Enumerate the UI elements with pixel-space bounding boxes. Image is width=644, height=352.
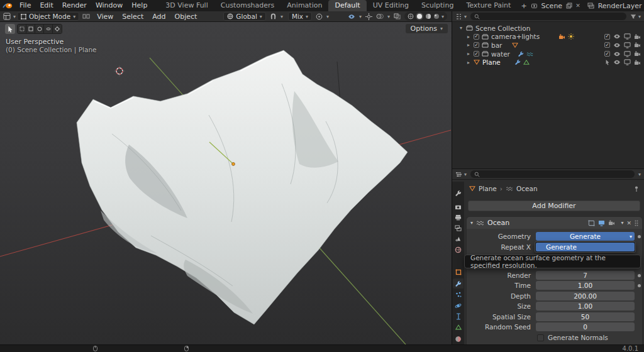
blend-mode-selector[interactable]: Mix ▾ — [288, 12, 312, 21]
browse-scene-icon[interactable] — [531, 3, 538, 9]
disclosure-open-icon[interactable]: ▾ — [458, 25, 464, 31]
shading-rendered-icon[interactable] — [433, 13, 440, 19]
tool-select-circle[interactable] — [35, 25, 44, 33]
viewport-3d[interactable]: Options ▾ User Perspective (0) Scene Col… — [0, 22, 452, 344]
breadcrumb-modifier[interactable]: Ocean — [516, 185, 538, 192]
outliner-row-water[interactable]: ▸ ✓ water ✓ — [452, 50, 644, 58]
random-seed-field[interactable]: 0 — [536, 322, 635, 331]
menu-select[interactable]: Select — [118, 11, 147, 22]
tab-sculpting[interactable]: Sculpting — [415, 0, 460, 11]
depth-field[interactable]: 200.00 — [536, 292, 635, 300]
properties-search-field[interactable] — [470, 170, 635, 178]
size-field[interactable]: 1.00 — [536, 302, 635, 311]
exclude-checkbox[interactable]: ✓ — [474, 34, 479, 40]
disable-viewport-icon[interactable] — [624, 42, 631, 48]
view-layer-selector[interactable]: RenderLayer — [596, 2, 644, 10]
menu-render[interactable]: Render — [58, 0, 91, 11]
tab-world[interactable] — [453, 245, 464, 255]
selectable-checkbox[interactable]: ✓ — [604, 34, 610, 40]
generate-normals-checkbox[interactable] — [537, 334, 544, 341]
transform-orientation-selector[interactable]: Global ▾ — [223, 12, 266, 21]
drag-handle-icon[interactable] — [635, 220, 638, 226]
tab-output[interactable] — [453, 212, 464, 223]
geometry-dropdown[interactable]: Generate ▾ — [536, 232, 635, 241]
tab-scene[interactable] — [453, 234, 464, 244]
show-gizmo-icon[interactable] — [365, 13, 372, 20]
keyframe-dot[interactable] — [638, 274, 641, 277]
disclosure-closed-icon[interactable]: ▸ — [466, 51, 471, 57]
delete-modifier-icon[interactable]: ✕ — [626, 220, 631, 226]
tab-object[interactable] — [453, 267, 464, 277]
tab-physics[interactable] — [453, 300, 464, 311]
tool-tweak[interactable] — [18, 25, 26, 33]
hide-eye-icon[interactable] — [613, 43, 621, 48]
menu-edit[interactable]: Edit — [35, 0, 57, 11]
shading-wireframe-icon[interactable] — [408, 13, 414, 19]
tool-select-lasso[interactable] — [44, 25, 53, 33]
disable-viewport-icon[interactable] — [624, 33, 631, 40]
tab-particles[interactable] — [453, 290, 464, 300]
display-realtime-icon[interactable] — [598, 220, 605, 226]
object-visibility-icon[interactable] — [348, 14, 355, 19]
breadcrumb-object[interactable]: Plane — [479, 185, 497, 192]
shading-solid-icon[interactable] — [416, 13, 423, 20]
disclosure-closed-icon[interactable]: ▸ — [466, 34, 471, 40]
menu-window[interactable]: Window — [91, 0, 127, 11]
dropdown-item-generate[interactable]: Generate — [536, 243, 635, 251]
ocean-modifier-header[interactable]: ▾ Ocean ▾ ✕ — [467, 217, 642, 229]
add-workspace-button[interactable]: + — [517, 1, 530, 11]
tab-render[interactable] — [453, 202, 464, 212]
tab-3d-view-full[interactable]: 3D View Full — [159, 0, 214, 11]
tab-default[interactable]: Default — [328, 0, 366, 11]
tab-object-data[interactable] — [453, 322, 464, 332]
disclosure-closed-icon[interactable]: ▸ — [466, 42, 471, 48]
exclude-checkbox[interactable]: ✓ — [474, 42, 479, 48]
toggle-xray-icon[interactable] — [394, 13, 401, 19]
spatial-size-field[interactable]: 50 — [536, 312, 635, 321]
render-field[interactable]: 7 — [536, 271, 635, 280]
hide-eye-icon[interactable] — [613, 60, 621, 65]
tab-animation[interactable]: Animation — [280, 0, 328, 11]
hide-eye-icon[interactable] — [613, 34, 621, 39]
new-scene-icon[interactable] — [566, 3, 572, 9]
tab-uv-editing[interactable]: UV Editing — [367, 0, 415, 11]
outliner-row-scene-collection[interactable]: ▾ Scene Collection — [452, 24, 644, 33]
tab-constraints[interactable] — [453, 311, 464, 321]
unlink-scene-icon[interactable]: ✕ — [574, 3, 582, 9]
add-modifier-button[interactable]: Add Modifier — [468, 201, 640, 211]
selectable-checkbox[interactable]: ✓ — [604, 42, 610, 48]
outliner-row-camera-lights[interactable]: ▸ ✓ camera+lights ✓ — [452, 33, 644, 41]
menu-file[interactable]: File — [15, 0, 35, 11]
outliner-search-field[interactable] — [470, 13, 626, 20]
editor-type-icon[interactable] — [455, 13, 462, 20]
keyframe-dot[interactable] — [638, 235, 641, 238]
editor-type-icon[interactable] — [455, 171, 462, 178]
blender-logo-icon[interactable] — [0, 3, 15, 9]
editor-type-icon[interactable] — [2, 13, 12, 20]
display-render-icon[interactable] — [608, 220, 615, 226]
tab-tool[interactable] — [453, 188, 464, 198]
disable-render-icon[interactable] — [634, 42, 641, 48]
selectable-arrow-icon[interactable] — [605, 59, 610, 65]
tab-modifiers[interactable] — [453, 278, 464, 289]
disable-viewport-icon[interactable] — [624, 51, 631, 57]
tab-texture-paint[interactable]: Texture Paint — [460, 0, 517, 11]
proportional-editing-icon[interactable] — [313, 13, 325, 20]
transfer-mode-icon[interactable] — [80, 13, 92, 19]
outliner-row-bar[interactable]: ▸ ✓ bar ✓ — [452, 41, 644, 50]
menu-view[interactable]: View — [93, 11, 117, 22]
outliner-row-plane[interactable]: ▸ Plane — [452, 58, 644, 67]
keyframe-dot[interactable] — [638, 284, 641, 287]
mode-selector[interactable]: Object Mode ▾ — [17, 12, 79, 21]
tab-material[interactable] — [453, 334, 464, 344]
filter-icon[interactable] — [630, 14, 636, 19]
selectable-checkbox[interactable]: ✓ — [604, 51, 610, 57]
disable-viewport-icon[interactable] — [624, 59, 631, 65]
view-layer-icon[interactable] — [587, 3, 594, 9]
hide-eye-icon[interactable] — [613, 52, 621, 57]
tab-view-layer[interactable] — [453, 223, 464, 233]
options-button[interactable]: Options ▾ — [406, 24, 448, 33]
disclosure-closed-icon[interactable]: ▸ — [466, 60, 471, 65]
display-editmode-icon[interactable] — [588, 220, 595, 226]
panel-collapse-icon[interactable]: ▾ — [470, 220, 473, 226]
